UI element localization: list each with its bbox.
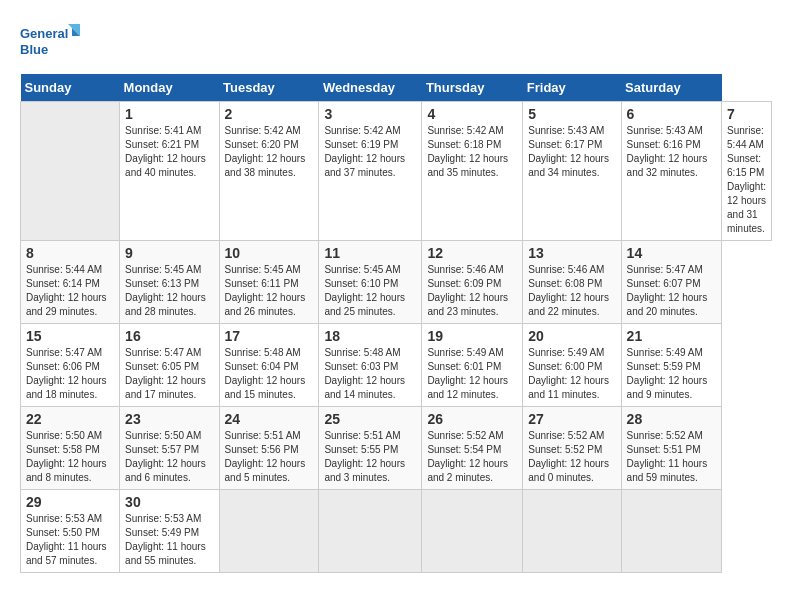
day-number: 20 <box>528 328 615 344</box>
day-number: 24 <box>225 411 314 427</box>
calendar-day-cell: 27Sunrise: 5:52 AMSunset: 5:52 PMDayligh… <box>523 407 621 490</box>
day-number: 18 <box>324 328 416 344</box>
page-header: General Blue <box>20 20 772 64</box>
calendar-day-cell: 11Sunrise: 5:45 AMSunset: 6:10 PMDayligh… <box>319 241 422 324</box>
day-info: Sunrise: 5:45 AMSunset: 6:10 PMDaylight:… <box>324 263 416 319</box>
day-info: Sunrise: 5:53 AMSunset: 5:50 PMDaylight:… <box>26 512 114 568</box>
day-number: 22 <box>26 411 114 427</box>
calendar-day-cell <box>422 490 523 573</box>
calendar-day-cell: 26Sunrise: 5:52 AMSunset: 5:54 PMDayligh… <box>422 407 523 490</box>
day-info: Sunrise: 5:44 AMSunset: 6:14 PMDaylight:… <box>26 263 114 319</box>
day-number: 8 <box>26 245 114 261</box>
weekday-header-thursday: Thursday <box>422 74 523 102</box>
calendar-day-cell: 17Sunrise: 5:48 AMSunset: 6:04 PMDayligh… <box>219 324 319 407</box>
weekday-header-wednesday: Wednesday <box>319 74 422 102</box>
day-info: Sunrise: 5:50 AMSunset: 5:58 PMDaylight:… <box>26 429 114 485</box>
day-info: Sunrise: 5:43 AMSunset: 6:17 PMDaylight:… <box>528 124 615 180</box>
calendar-week-row: 15Sunrise: 5:47 AMSunset: 6:06 PMDayligh… <box>21 324 772 407</box>
calendar-day-cell: 8Sunrise: 5:44 AMSunset: 6:14 PMDaylight… <box>21 241 120 324</box>
day-number: 11 <box>324 245 416 261</box>
calendar-day-cell <box>219 490 319 573</box>
logo-svg: General Blue <box>20 20 80 64</box>
day-info: Sunrise: 5:52 AMSunset: 5:52 PMDaylight:… <box>528 429 615 485</box>
day-number: 4 <box>427 106 517 122</box>
svg-text:General: General <box>20 26 68 41</box>
day-info: Sunrise: 5:42 AMSunset: 6:18 PMDaylight:… <box>427 124 517 180</box>
calendar-table: SundayMondayTuesdayWednesdayThursdayFrid… <box>20 74 772 573</box>
day-info: Sunrise: 5:51 AMSunset: 5:55 PMDaylight:… <box>324 429 416 485</box>
calendar-day-cell: 19Sunrise: 5:49 AMSunset: 6:01 PMDayligh… <box>422 324 523 407</box>
day-number: 29 <box>26 494 114 510</box>
day-number: 6 <box>627 106 716 122</box>
day-info: Sunrise: 5:45 AMSunset: 6:13 PMDaylight:… <box>125 263 213 319</box>
day-number: 25 <box>324 411 416 427</box>
day-info: Sunrise: 5:45 AMSunset: 6:11 PMDaylight:… <box>225 263 314 319</box>
day-number: 1 <box>125 106 213 122</box>
day-number: 23 <box>125 411 213 427</box>
calendar-day-cell: 12Sunrise: 5:46 AMSunset: 6:09 PMDayligh… <box>422 241 523 324</box>
calendar-day-cell: 20Sunrise: 5:49 AMSunset: 6:00 PMDayligh… <box>523 324 621 407</box>
day-info: Sunrise: 5:49 AMSunset: 6:00 PMDaylight:… <box>528 346 615 402</box>
calendar-day-cell: 3Sunrise: 5:42 AMSunset: 6:19 PMDaylight… <box>319 102 422 241</box>
calendar-day-cell: 13Sunrise: 5:46 AMSunset: 6:08 PMDayligh… <box>523 241 621 324</box>
calendar-day-cell: 14Sunrise: 5:47 AMSunset: 6:07 PMDayligh… <box>621 241 721 324</box>
weekday-header-friday: Friday <box>523 74 621 102</box>
day-number: 14 <box>627 245 716 261</box>
day-number: 16 <box>125 328 213 344</box>
day-info: Sunrise: 5:42 AMSunset: 6:19 PMDaylight:… <box>324 124 416 180</box>
calendar-day-cell: 6Sunrise: 5:43 AMSunset: 6:16 PMDaylight… <box>621 102 721 241</box>
calendar-day-cell: 16Sunrise: 5:47 AMSunset: 6:05 PMDayligh… <box>120 324 219 407</box>
day-info: Sunrise: 5:52 AMSunset: 5:54 PMDaylight:… <box>427 429 517 485</box>
day-info: Sunrise: 5:48 AMSunset: 6:03 PMDaylight:… <box>324 346 416 402</box>
calendar-day-cell: 2Sunrise: 5:42 AMSunset: 6:20 PMDaylight… <box>219 102 319 241</box>
day-info: Sunrise: 5:51 AMSunset: 5:56 PMDaylight:… <box>225 429 314 485</box>
day-info: Sunrise: 5:46 AMSunset: 6:09 PMDaylight:… <box>427 263 517 319</box>
calendar-day-cell: 25Sunrise: 5:51 AMSunset: 5:55 PMDayligh… <box>319 407 422 490</box>
day-info: Sunrise: 5:44 AMSunset: 6:15 PMDaylight:… <box>727 124 766 236</box>
empty-cell <box>21 102 120 241</box>
calendar-day-cell <box>319 490 422 573</box>
day-number: 5 <box>528 106 615 122</box>
day-info: Sunrise: 5:50 AMSunset: 5:57 PMDaylight:… <box>125 429 213 485</box>
day-info: Sunrise: 5:47 AMSunset: 6:05 PMDaylight:… <box>125 346 213 402</box>
calendar-day-cell: 23Sunrise: 5:50 AMSunset: 5:57 PMDayligh… <box>120 407 219 490</box>
calendar-header-row: SundayMondayTuesdayWednesdayThursdayFrid… <box>21 74 772 102</box>
day-number: 12 <box>427 245 517 261</box>
logo: General Blue <box>20 20 80 64</box>
weekday-header-sunday: Sunday <box>21 74 120 102</box>
calendar-day-cell: 28Sunrise: 5:52 AMSunset: 5:51 PMDayligh… <box>621 407 721 490</box>
day-number: 21 <box>627 328 716 344</box>
calendar-day-cell: 5Sunrise: 5:43 AMSunset: 6:17 PMDaylight… <box>523 102 621 241</box>
day-info: Sunrise: 5:41 AMSunset: 6:21 PMDaylight:… <box>125 124 213 180</box>
calendar-week-row: 29Sunrise: 5:53 AMSunset: 5:50 PMDayligh… <box>21 490 772 573</box>
day-number: 26 <box>427 411 517 427</box>
day-number: 28 <box>627 411 716 427</box>
day-number: 3 <box>324 106 416 122</box>
weekday-header-monday: Monday <box>120 74 219 102</box>
day-number: 15 <box>26 328 114 344</box>
day-number: 2 <box>225 106 314 122</box>
calendar-day-cell <box>523 490 621 573</box>
day-number: 10 <box>225 245 314 261</box>
day-info: Sunrise: 5:47 AMSunset: 6:06 PMDaylight:… <box>26 346 114 402</box>
day-number: 30 <box>125 494 213 510</box>
calendar-week-row: 8Sunrise: 5:44 AMSunset: 6:14 PMDaylight… <box>21 241 772 324</box>
calendar-day-cell: 21Sunrise: 5:49 AMSunset: 5:59 PMDayligh… <box>621 324 721 407</box>
day-info: Sunrise: 5:52 AMSunset: 5:51 PMDaylight:… <box>627 429 716 485</box>
day-number: 19 <box>427 328 517 344</box>
calendar-day-cell <box>621 490 721 573</box>
calendar-week-row: 1Sunrise: 5:41 AMSunset: 6:21 PMDaylight… <box>21 102 772 241</box>
calendar-day-cell: 30Sunrise: 5:53 AMSunset: 5:49 PMDayligh… <box>120 490 219 573</box>
svg-text:Blue: Blue <box>20 42 48 57</box>
day-info: Sunrise: 5:53 AMSunset: 5:49 PMDaylight:… <box>125 512 213 568</box>
calendar-day-cell: 9Sunrise: 5:45 AMSunset: 6:13 PMDaylight… <box>120 241 219 324</box>
day-number: 17 <box>225 328 314 344</box>
day-info: Sunrise: 5:47 AMSunset: 6:07 PMDaylight:… <box>627 263 716 319</box>
day-info: Sunrise: 5:49 AMSunset: 5:59 PMDaylight:… <box>627 346 716 402</box>
calendar-day-cell: 1Sunrise: 5:41 AMSunset: 6:21 PMDaylight… <box>120 102 219 241</box>
calendar-day-cell: 18Sunrise: 5:48 AMSunset: 6:03 PMDayligh… <box>319 324 422 407</box>
day-info: Sunrise: 5:42 AMSunset: 6:20 PMDaylight:… <box>225 124 314 180</box>
calendar-day-cell: 7Sunrise: 5:44 AMSunset: 6:15 PMDaylight… <box>722 102 772 241</box>
calendar-day-cell: 29Sunrise: 5:53 AMSunset: 5:50 PMDayligh… <box>21 490 120 573</box>
day-number: 13 <box>528 245 615 261</box>
